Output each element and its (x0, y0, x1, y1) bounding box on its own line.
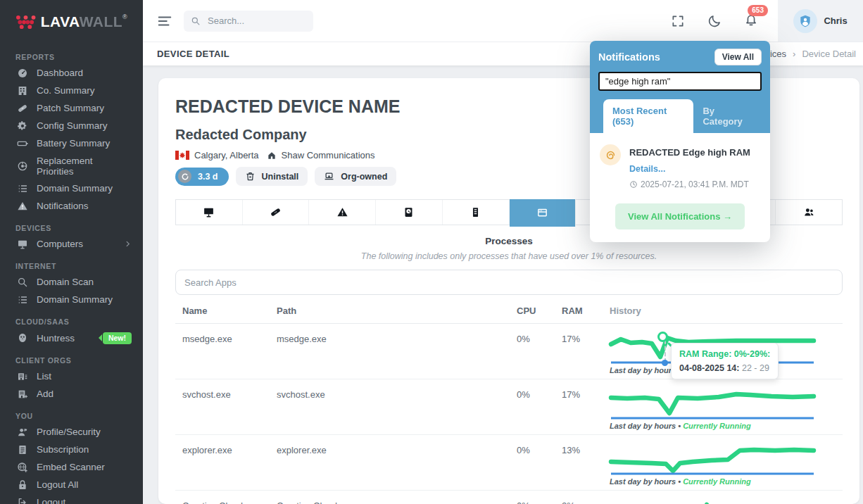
sidebar-item-label: Computers (37, 239, 83, 249)
notifications-bell[interactable]: 653 (744, 13, 758, 30)
main-area: 653 Chris DEVICE DETAIL Devices › Device… (143, 0, 863, 504)
laptop-icon (324, 171, 334, 182)
bandage-icon (17, 103, 28, 114)
sidebar-item-profile-security[interactable]: Profile/Security (0, 423, 143, 441)
sidebar-item-dashboard[interactable]: Dashboard (0, 64, 143, 82)
sidebar-section-label: DEVICES (0, 215, 143, 235)
sidebar-item-label: Huntress (37, 333, 75, 344)
fullscreen-icon[interactable] (671, 14, 685, 28)
process-history-cell[interactable]: Last day by hours • Currently RunningRAM… (610, 334, 843, 374)
sidebar-item-logout[interactable]: Logout (0, 493, 143, 504)
history-caption: Last day by hours • Currently Running (610, 422, 843, 430)
menu-toggle-icon[interactable] (157, 13, 172, 29)
sidebar-item-label: List (37, 371, 51, 382)
device-tab-monitor[interactable] (176, 200, 243, 225)
processes-table-body: msedge.exemsedge.exe0%17%Last day by hou… (175, 324, 843, 504)
sidebar-item-list[interactable]: List (0, 367, 143, 385)
process-history-cell[interactable]: Last day by hours • Currently Running (610, 389, 843, 430)
device-tab-bandage[interactable] (243, 200, 310, 225)
sidebar-item-notifications[interactable]: Notifications (0, 197, 143, 215)
process-name: msedge.exe (182, 334, 277, 374)
target-icon (17, 160, 28, 172)
trash-icon (245, 171, 256, 182)
sidebar-section-label: REPORTS (0, 44, 143, 64)
brand-name: LAVAWALL® (41, 13, 128, 30)
sidebar-item-huntress[interactable]: Huntress New! (0, 329, 143, 347)
notifications-popup-body: REDACTED Edge high RAM Details... 2025-0… (590, 133, 770, 242)
search-input[interactable] (206, 15, 298, 27)
sidebar-section: CLIENT ORGS List Add (0, 347, 143, 403)
device-tab-window[interactable] (510, 199, 577, 227)
process-history-cell[interactable]: Last day by hours • Currently Running (610, 500, 843, 504)
tab-most-recent[interactable]: Most Recent (653) (603, 99, 693, 133)
device-tab-warning[interactable] (309, 200, 376, 225)
sidebar-item-replacement-priorities[interactable]: Replacement Priorities (0, 152, 143, 179)
sidebar-item-domain-scan[interactable]: Domain Scan (0, 273, 143, 291)
hover-point-dot (662, 360, 668, 366)
sidebar-item-battery-summary[interactable]: Battery Summary (0, 134, 143, 152)
uninstall-button[interactable]: Uninstall (236, 167, 308, 186)
brand-logo[interactable]: LAVAWALL® (0, 0, 143, 44)
dark-mode-icon[interactable] (707, 14, 722, 28)
sidebar-section: DEVICES Computers (0, 215, 143, 253)
view-all-notifications-button[interactable]: View All Notifications → (615, 203, 745, 229)
device-tab-server[interactable] (443, 200, 510, 225)
process-history-cell[interactable]: Last day by hours • Currently Running (610, 445, 843, 486)
global-search[interactable] (184, 11, 313, 32)
sidebar-item-subscription[interactable]: Subscription (0, 441, 143, 458)
process-ram: 13% (562, 445, 610, 486)
notification-timestamp: 2025-07-21, 03:41 P.M. MDT (629, 179, 750, 189)
sidebar-item-label: Replacement Priorities (37, 156, 132, 177)
sidebar-item-label: Patch Summary (37, 103, 104, 113)
process-path: msedge.exe (277, 334, 517, 374)
device-tab-hdd[interactable] (376, 200, 443, 225)
notifications-popup: Notifications View All Most Recent (653)… (590, 41, 770, 242)
process-row: msedge.exemsedge.exe0%17%Last day by hou… (175, 324, 843, 379)
uptime-value: 3.3 d (198, 172, 218, 182)
sidebar-item-domain-summary[interactable]: Domain Summary (0, 179, 143, 197)
history-sparkline (610, 445, 815, 476)
sidebar-item-domain-summary[interactable]: Domain Summary (0, 291, 143, 308)
sidebar-item-embed-scanner[interactable]: Embed Scanner (0, 458, 143, 476)
sidebar-item-label: Battery Summary (37, 138, 110, 149)
column-header-history: History (610, 305, 843, 316)
sidebar-nav: REPORTS Dashboard Co. Summary Patch Summ… (0, 44, 143, 504)
notification-details-link[interactable]: Details... (629, 164, 750, 174)
list-icon (17, 183, 28, 194)
view-all-button[interactable]: View All (714, 49, 762, 65)
device-isp: Shaw Communications (282, 150, 375, 160)
sidebar-item-patch-summary[interactable]: Patch Summary (0, 99, 143, 117)
tooltip-datetime-values: 04-08-2025 14: 22 - 29 (679, 363, 770, 373)
device-tab-users[interactable] (776, 200, 842, 225)
sidebar-section: INTERNET Domain Scan Domain Summary (0, 253, 143, 308)
sidebar-item-computers[interactable]: Computers (0, 235, 143, 253)
sidebar-item-label: Embed Scanner (37, 462, 105, 472)
owl-icon (17, 332, 28, 344)
process-path: Creative Cloud.exe (277, 500, 517, 504)
sidebar-item-logout-all[interactable]: Logout All (0, 476, 143, 493)
breadcrumb-device-detail: Device Detail (802, 49, 856, 59)
hdd-icon (403, 206, 415, 218)
tab-by-category[interactable]: By Category (693, 99, 762, 133)
user-menu[interactable]: Chris (778, 0, 863, 42)
sidebar-item-label: Notifications (37, 201, 89, 211)
process-cpu: 0% (517, 445, 562, 486)
notification-item[interactable]: REDACTED Edge high RAM Details... 2025-0… (600, 144, 760, 189)
sidebar-item-co-summary[interactable]: Co. Summary (0, 82, 143, 99)
sparkline-tooltip: RAM Range: 0%-29%:04-08-2025 14: 22 - 29 (671, 343, 779, 379)
processes-table-header: NamePathCPURAMHistory (175, 298, 843, 324)
process-path: explorer.exe (277, 445, 517, 486)
user-name: Chris (824, 15, 847, 26)
sidebar-item-add[interactable]: Add (0, 385, 143, 403)
sidebar-item-label: Co. Summary (37, 85, 95, 96)
processes-search-input[interactable] (175, 270, 843, 295)
sidebar-item-label: Profile/Security (37, 427, 101, 437)
sidebar-item-label: Logout (37, 497, 65, 504)
notifications-search-input[interactable] (598, 72, 762, 91)
sidebar-section-label: YOU (0, 403, 143, 423)
topbar: 653 Chris (143, 0, 863, 42)
sidebar-item-config-summary[interactable]: Config Summary (0, 117, 143, 134)
notifications-popup-title: Notifications (598, 51, 660, 63)
column-header-cpu: CPU (517, 305, 562, 316)
process-name: svchost.exe (182, 389, 277, 430)
